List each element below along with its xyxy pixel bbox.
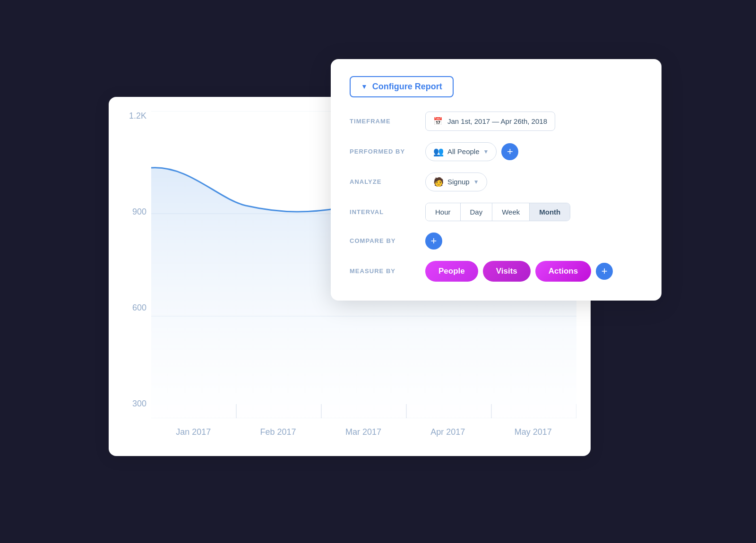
y-label-1: 1.2K xyxy=(123,111,151,121)
chevron-down-icon: ▼ xyxy=(361,83,368,90)
interval-label: INTERVAL xyxy=(350,208,416,215)
timeframe-label: TIMEFRAME xyxy=(350,118,416,125)
y-axis-labels: 1.2K 900 600 300 xyxy=(123,111,151,418)
timeframe-button[interactable]: 📅 Jan 1st, 2017 — Apr 26th, 2018 xyxy=(425,112,555,131)
analyze-row: ANALYZE 🧑 Signup ▼ xyxy=(350,172,643,191)
performed-by-arrow-icon: ▼ xyxy=(483,148,489,155)
y-label-2: 900 xyxy=(123,207,151,217)
measure-visits-button[interactable]: Visits xyxy=(483,261,531,282)
interval-day-button[interactable]: Day xyxy=(461,203,493,221)
configure-report-label: Configure Report xyxy=(372,82,442,92)
interval-month-button[interactable]: Month xyxy=(530,203,570,221)
x-label-3: Mar 2017 xyxy=(345,427,381,437)
measure-people-button[interactable]: People xyxy=(425,261,478,282)
interval-hour-button[interactable]: Hour xyxy=(426,203,461,221)
y-label-4: 300 xyxy=(123,399,151,409)
compare-by-label: COMPARE BY xyxy=(350,237,416,244)
calendar-icon: 📅 xyxy=(433,117,443,126)
x-label-2: Feb 2017 xyxy=(260,427,296,437)
people-icon: 👥 xyxy=(433,147,444,157)
compare-by-add-button[interactable]: + xyxy=(425,233,442,250)
x-label-5: May 2017 xyxy=(515,427,552,437)
measure-by-label: MEASURE BY xyxy=(350,267,416,275)
timeframe-value: Jan 1st, 2017 — Apr 26th, 2018 xyxy=(447,117,547,125)
performed-by-button[interactable]: 👥 All People ▼ xyxy=(425,142,497,161)
performed-by-add-button[interactable]: + xyxy=(501,143,518,160)
config-rows: TIMEFRAME 📅 Jan 1st, 2017 — Apr 26th, 20… xyxy=(350,112,643,282)
measure-by-add-button[interactable]: + xyxy=(596,263,613,280)
x-label-1: Jan 2017 xyxy=(176,427,211,437)
x-label-4: Apr 2017 xyxy=(430,427,465,437)
measure-actions-button[interactable]: Actions xyxy=(535,261,591,282)
performed-by-label: PERFORMED BY xyxy=(350,148,416,155)
config-panel: ▼ Configure Report TIMEFRAME 📅 Jan 1st, … xyxy=(331,59,662,301)
timeframe-row: TIMEFRAME 📅 Jan 1st, 2017 — Apr 26th, 20… xyxy=(350,112,643,131)
interval-week-button[interactable]: Week xyxy=(492,203,530,221)
analyze-button[interactable]: 🧑 Signup ▼ xyxy=(425,172,487,191)
analyze-arrow-icon: ▼ xyxy=(473,179,479,185)
interval-group: Hour Day Week Month xyxy=(425,203,570,221)
configure-report-button[interactable]: ▼ Configure Report xyxy=(350,76,454,97)
x-axis-labels: Jan 2017 Feb 2017 Mar 2017 Apr 2017 May … xyxy=(151,418,576,447)
measure-by-row: MEASURE BY People Visits Actions + xyxy=(350,261,643,282)
analyze-label: ANALYZE xyxy=(350,178,416,185)
analyze-value: Signup xyxy=(447,178,470,186)
interval-row: INTERVAL Hour Day Week Month xyxy=(350,203,643,221)
performed-by-value: All People xyxy=(447,147,480,155)
analyze-icon: 🧑 xyxy=(433,177,444,187)
compare-by-row: COMPARE BY + xyxy=(350,233,643,250)
y-label-3: 600 xyxy=(123,303,151,313)
performed-by-row: PERFORMED BY 👥 All People ▼ + xyxy=(350,142,643,161)
